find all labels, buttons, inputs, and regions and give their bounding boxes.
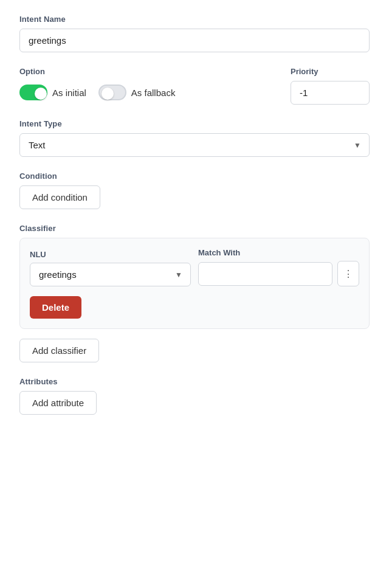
attributes-section: Attributes Add attribute xyxy=(19,377,370,415)
match-with-input[interactable] xyxy=(198,262,332,286)
nlu-field: NLU greetings ▼ xyxy=(30,250,191,286)
priority-group: Priority xyxy=(291,67,370,105)
as-initial-toggle[interactable] xyxy=(19,85,47,100)
classifier-section-label: Classifier xyxy=(19,224,370,233)
options-priority-row: Option As initial xyxy=(19,67,370,105)
as-initial-thumb xyxy=(35,88,47,100)
nlu-select-wrapper: greetings ▼ xyxy=(30,263,191,286)
as-initial-toggle-item[interactable]: As initial xyxy=(19,85,86,100)
intent-type-select[interactable]: Text Image Audio xyxy=(19,133,370,157)
match-with-field: Match With ⋮ xyxy=(198,248,359,286)
classifier-section: Classifier NLU greetings ▼ Match With xyxy=(19,224,370,362)
dots-icon: ⋮ xyxy=(343,268,353,280)
intent-name-label: Intent Name xyxy=(19,15,370,24)
as-initial-track xyxy=(19,85,47,100)
as-fallback-toggle[interactable] xyxy=(98,85,126,100)
match-with-dots-button[interactable]: ⋮ xyxy=(337,261,359,286)
add-attribute-button[interactable]: Add attribute xyxy=(19,391,97,415)
toggle-row: As initial As fallback xyxy=(19,85,175,100)
delete-classifier-button[interactable]: Delete xyxy=(30,296,81,319)
nlu-label: NLU xyxy=(30,250,191,259)
intent-type-section: Intent Type Text Image Audio ▼ xyxy=(19,119,370,157)
add-condition-button[interactable]: Add condition xyxy=(19,185,100,209)
attributes-label: Attributes xyxy=(19,377,370,386)
options-group: Option As initial xyxy=(19,67,175,100)
intent-type-label: Intent Type xyxy=(19,119,370,128)
condition-label: Condition xyxy=(19,171,370,181)
as-fallback-track xyxy=(98,85,126,100)
classifier-box: NLU greetings ▼ Match With ⋮ xyxy=(19,238,370,329)
classifier-fields-row: NLU greetings ▼ Match With ⋮ xyxy=(30,248,359,286)
match-with-row: ⋮ xyxy=(198,261,359,286)
intent-name-input[interactable] xyxy=(19,29,370,52)
add-classifier-button[interactable]: Add classifier xyxy=(19,339,99,362)
nlu-select[interactable]: greetings xyxy=(30,263,191,286)
as-fallback-thumb xyxy=(102,88,114,100)
priority-input[interactable] xyxy=(291,81,370,105)
intent-name-section: Intent Name xyxy=(19,15,370,52)
options-label: Option xyxy=(19,67,175,76)
priority-label: Priority xyxy=(291,67,370,76)
match-with-label: Match With xyxy=(198,248,359,257)
intent-type-select-wrapper: Text Image Audio ▼ xyxy=(19,133,370,157)
condition-section: Condition Add condition xyxy=(19,171,370,209)
as-fallback-toggle-item[interactable]: As fallback xyxy=(98,85,176,100)
as-fallback-label: As fallback xyxy=(131,88,176,98)
as-initial-label: As initial xyxy=(52,88,86,98)
